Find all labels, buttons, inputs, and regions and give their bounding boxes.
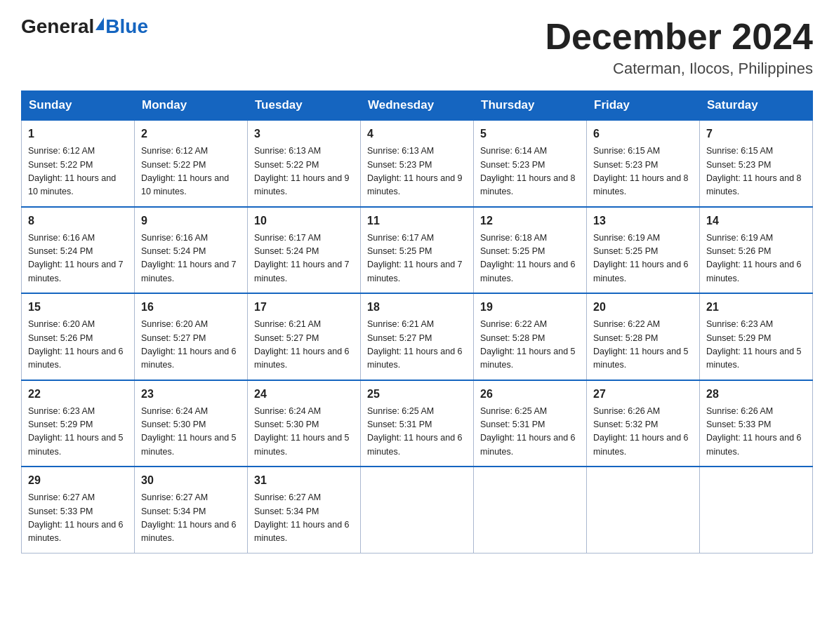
day-number: 2: [141, 126, 241, 142]
calendar-day-cell: 20Sunrise: 6:22 AMSunset: 5:28 PMDayligh…: [587, 293, 700, 380]
calendar-week-row: 1Sunrise: 6:12 AMSunset: 5:22 PMDaylight…: [22, 120, 813, 207]
day-number: 14: [706, 213, 806, 229]
day-info: Sunrise: 6:21 AMSunset: 5:27 PMDaylight:…: [367, 318, 467, 373]
calendar-header-monday: Monday: [135, 91, 248, 121]
day-number: 25: [367, 386, 467, 403]
day-number: 19: [480, 299, 580, 316]
calendar-week-row: 29Sunrise: 6:27 AMSunset: 5:33 PMDayligh…: [22, 467, 813, 553]
calendar-week-row: 15Sunrise: 6:20 AMSunset: 5:26 PMDayligh…: [22, 293, 813, 380]
calendar-day-cell: 2Sunrise: 6:12 AMSunset: 5:22 PMDaylight…: [135, 120, 248, 207]
calendar-day-cell: 3Sunrise: 6:13 AMSunset: 5:22 PMDaylight…: [248, 120, 361, 207]
day-info: Sunrise: 6:13 AMSunset: 5:23 PMDaylight:…: [367, 145, 467, 199]
day-number: 9: [141, 213, 241, 229]
day-number: 17: [254, 299, 354, 316]
day-number: 22: [28, 386, 128, 403]
calendar-day-cell: 13Sunrise: 6:19 AMSunset: 5:25 PMDayligh…: [587, 207, 700, 294]
location-subtitle: Caterman, Ilocos, Philippines: [545, 60, 813, 78]
calendar-day-cell: 31Sunrise: 6:27 AMSunset: 5:34 PMDayligh…: [248, 467, 361, 553]
day-info: Sunrise: 6:15 AMSunset: 5:23 PMDaylight:…: [593, 145, 693, 199]
day-number: 3: [254, 126, 354, 142]
calendar-header-saturday: Saturday: [700, 91, 813, 121]
day-info: Sunrise: 6:27 AMSunset: 5:33 PMDaylight:…: [28, 491, 128, 546]
day-info: Sunrise: 6:15 AMSunset: 5:23 PMDaylight:…: [706, 145, 806, 199]
calendar-day-cell: 26Sunrise: 6:25 AMSunset: 5:31 PMDayligh…: [474, 380, 587, 467]
day-number: 31: [254, 472, 354, 489]
day-info: Sunrise: 6:25 AMSunset: 5:31 PMDaylight:…: [480, 405, 580, 459]
day-number: 30: [141, 472, 241, 489]
calendar-day-cell: 11Sunrise: 6:17 AMSunset: 5:25 PMDayligh…: [361, 207, 474, 294]
day-info: Sunrise: 6:23 AMSunset: 5:29 PMDaylight:…: [706, 318, 806, 373]
calendar-day-cell: 10Sunrise: 6:17 AMSunset: 5:24 PMDayligh…: [248, 207, 361, 294]
day-number: 6: [593, 126, 693, 142]
logo-general-text: General: [21, 17, 94, 36]
day-number: 21: [706, 299, 806, 316]
calendar-header-thursday: Thursday: [474, 91, 587, 121]
calendar-header-row: SundayMondayTuesdayWednesdayThursdayFrid…: [22, 91, 813, 121]
calendar-table: SundayMondayTuesdayWednesdayThursdayFrid…: [21, 90, 813, 554]
logo: General Blue: [21, 17, 148, 36]
calendar-day-cell: 15Sunrise: 6:20 AMSunset: 5:26 PMDayligh…: [22, 293, 135, 380]
calendar-day-cell: 1Sunrise: 6:12 AMSunset: 5:22 PMDaylight…: [22, 120, 135, 207]
day-number: 7: [706, 126, 806, 142]
calendar-day-cell: 30Sunrise: 6:27 AMSunset: 5:34 PMDayligh…: [135, 467, 248, 553]
day-info: Sunrise: 6:26 AMSunset: 5:32 PMDaylight:…: [593, 405, 693, 459]
calendar-day-cell: 22Sunrise: 6:23 AMSunset: 5:29 PMDayligh…: [22, 380, 135, 467]
day-info: Sunrise: 6:17 AMSunset: 5:24 PMDaylight:…: [254, 232, 354, 286]
day-info: Sunrise: 6:14 AMSunset: 5:23 PMDaylight:…: [480, 145, 580, 199]
day-info: Sunrise: 6:22 AMSunset: 5:28 PMDaylight:…: [480, 318, 580, 373]
calendar-day-cell: 29Sunrise: 6:27 AMSunset: 5:33 PMDayligh…: [22, 467, 135, 553]
day-number: 5: [480, 126, 580, 142]
calendar-day-cell: 21Sunrise: 6:23 AMSunset: 5:29 PMDayligh…: [700, 293, 813, 380]
calendar-day-cell: 28Sunrise: 6:26 AMSunset: 5:33 PMDayligh…: [700, 380, 813, 467]
calendar-header-tuesday: Tuesday: [248, 91, 361, 121]
page-header: General Blue December 2024 Caterman, Ilo…: [21, 17, 813, 78]
day-info: Sunrise: 6:12 AMSunset: 5:22 PMDaylight:…: [141, 145, 241, 199]
day-number: 1: [28, 126, 128, 142]
day-info: Sunrise: 6:26 AMSunset: 5:33 PMDaylight:…: [706, 405, 806, 459]
calendar-day-cell: 17Sunrise: 6:21 AMSunset: 5:27 PMDayligh…: [248, 293, 361, 380]
day-info: Sunrise: 6:23 AMSunset: 5:29 PMDaylight:…: [28, 405, 128, 459]
calendar-day-cell: 24Sunrise: 6:24 AMSunset: 5:30 PMDayligh…: [248, 380, 361, 467]
logo-blue-text: Blue: [105, 17, 148, 36]
calendar-day-cell: 14Sunrise: 6:19 AMSunset: 5:26 PMDayligh…: [700, 207, 813, 294]
calendar-header-wednesday: Wednesday: [361, 91, 474, 121]
calendar-day-cell: [700, 467, 813, 553]
day-info: Sunrise: 6:16 AMSunset: 5:24 PMDaylight:…: [141, 232, 241, 286]
calendar-day-cell: 9Sunrise: 6:16 AMSunset: 5:24 PMDaylight…: [135, 207, 248, 294]
day-info: Sunrise: 6:24 AMSunset: 5:30 PMDaylight:…: [141, 405, 241, 459]
calendar-week-row: 8Sunrise: 6:16 AMSunset: 5:24 PMDaylight…: [22, 207, 813, 294]
day-number: 11: [367, 213, 467, 229]
logo-triangle-icon: [95, 18, 104, 30]
month-year-title: December 2024: [545, 17, 813, 57]
day-number: 28: [706, 386, 806, 403]
calendar-day-cell: 8Sunrise: 6:16 AMSunset: 5:24 PMDaylight…: [22, 207, 135, 294]
calendar-day-cell: 7Sunrise: 6:15 AMSunset: 5:23 PMDaylight…: [700, 120, 813, 207]
calendar-day-cell: 5Sunrise: 6:14 AMSunset: 5:23 PMDaylight…: [474, 120, 587, 207]
day-number: 13: [593, 213, 693, 229]
calendar-day-cell: 19Sunrise: 6:22 AMSunset: 5:28 PMDayligh…: [474, 293, 587, 380]
calendar-header-sunday: Sunday: [22, 91, 135, 121]
day-number: 16: [141, 299, 241, 316]
day-number: 12: [480, 213, 580, 229]
day-number: 18: [367, 299, 467, 316]
day-number: 8: [28, 213, 128, 229]
calendar-day-cell: 12Sunrise: 6:18 AMSunset: 5:25 PMDayligh…: [474, 207, 587, 294]
day-info: Sunrise: 6:25 AMSunset: 5:31 PMDaylight:…: [367, 405, 467, 459]
day-info: Sunrise: 6:13 AMSunset: 5:22 PMDaylight:…: [254, 145, 354, 199]
calendar-day-cell: [474, 467, 587, 553]
day-number: 15: [28, 299, 128, 316]
calendar-day-cell: 6Sunrise: 6:15 AMSunset: 5:23 PMDaylight…: [587, 120, 700, 207]
day-info: Sunrise: 6:18 AMSunset: 5:25 PMDaylight:…: [480, 232, 580, 286]
day-number: 4: [367, 126, 467, 142]
day-number: 27: [593, 386, 693, 403]
day-number: 24: [254, 386, 354, 403]
day-number: 20: [593, 299, 693, 316]
title-area: December 2024 Caterman, Ilocos, Philippi…: [545, 17, 813, 78]
day-info: Sunrise: 6:24 AMSunset: 5:30 PMDaylight:…: [254, 405, 354, 459]
day-number: 26: [480, 386, 580, 403]
day-info: Sunrise: 6:27 AMSunset: 5:34 PMDaylight:…: [254, 491, 354, 546]
calendar-header-friday: Friday: [587, 91, 700, 121]
calendar-day-cell: 4Sunrise: 6:13 AMSunset: 5:23 PMDaylight…: [361, 120, 474, 207]
day-number: 10: [254, 213, 354, 229]
calendar-day-cell: [361, 467, 474, 553]
